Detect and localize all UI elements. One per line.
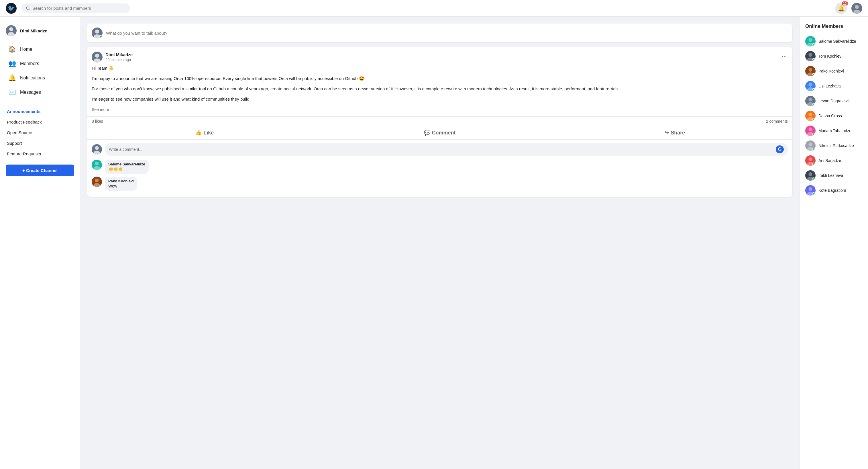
channel-feature-requests[interactable]: Feature Requests xyxy=(3,149,76,159)
comment-item-2: Pako Kochievi Wow xyxy=(92,177,788,190)
post-more-button[interactable]: ··· xyxy=(781,52,788,60)
svg-point-5 xyxy=(95,30,99,33)
search-icon xyxy=(26,6,30,10)
online-dot-1 xyxy=(812,58,815,61)
post-author[interactable]: Dimi Mikadze 29 minutes ago xyxy=(92,52,133,62)
channel-product-feedback[interactable]: Product Feedback xyxy=(3,117,76,127)
post-author-name: Dimi Mikadze xyxy=(105,52,133,57)
sidebar: Dimi Mikadze 🏠 Home 👥 Members 🔔 Notifica… xyxy=(0,17,80,469)
svg-point-21 xyxy=(808,83,812,87)
online-member-7[interactable]: Nikoloz Parkosadze xyxy=(805,138,862,153)
svg-point-1 xyxy=(855,5,859,9)
sidebar-item-home-label: Home xyxy=(20,47,32,52)
post-stats: 8 likes 2 comments xyxy=(87,116,793,126)
online-member-0[interactable]: Salome Sakvarelidze xyxy=(805,34,862,49)
svg-point-8 xyxy=(94,58,100,62)
comments-count[interactable]: 2 comments xyxy=(766,119,788,123)
online-member-6[interactable]: Mariam Tabatadze xyxy=(805,123,862,138)
comments-section: G Salome Sakvarelidze 👏👏👏 xyxy=(87,140,793,197)
comment-input[interactable] xyxy=(109,147,776,152)
compose-box[interactable] xyxy=(87,24,793,42)
svg-point-33 xyxy=(808,172,812,176)
post-paragraph-3: For those of you who don't know, we publ… xyxy=(92,85,788,92)
svg-point-4 xyxy=(8,32,14,36)
online-member-name-8: Ani Barjadze xyxy=(818,158,841,163)
comment-input-wrap[interactable]: G xyxy=(105,143,788,156)
comment-label: Comment xyxy=(432,130,456,136)
online-member-10[interactable]: Kote Bagrationi xyxy=(805,183,862,198)
search-bar[interactable] xyxy=(21,3,130,13)
compose-input[interactable] xyxy=(106,31,788,35)
likes-count[interactable]: 8 likes xyxy=(92,119,103,123)
create-channel-button[interactable]: + Create Channel xyxy=(6,165,74,176)
online-member-9[interactable]: Irakli Lezhava xyxy=(805,168,862,183)
user-avatar[interactable] xyxy=(851,3,862,14)
right-sidebar: Online Members Salome Sakvarelidze Tom K… xyxy=(799,17,868,469)
comment-1-bubble: Salome Sakvarelidze 👏👏👏 xyxy=(105,160,149,174)
post-actions: 👍 Like 💬 Comment ↪ Share xyxy=(87,126,793,140)
share-button[interactable]: ↪ Share xyxy=(557,127,793,138)
topnav-right: 🔔 10 xyxy=(835,3,862,14)
online-dot-9 xyxy=(812,177,815,180)
svg-point-10 xyxy=(94,151,100,154)
comment-input-row: G xyxy=(92,143,788,156)
online-member-3[interactable]: Lizi Lezhava xyxy=(805,79,862,93)
svg-point-3 xyxy=(9,27,13,31)
svg-point-7 xyxy=(95,54,99,58)
sidebar-item-home[interactable]: 🏠 Home xyxy=(2,42,78,56)
online-dot-7 xyxy=(812,148,815,150)
online-member-name-5: Dasha Gross xyxy=(818,114,842,118)
channel-open-source[interactable]: Open Source xyxy=(3,127,76,138)
svg-point-31 xyxy=(808,157,812,161)
see-more-link[interactable]: See more xyxy=(92,107,109,112)
app-logo[interactable]: 🐦 xyxy=(6,3,17,14)
main-feed: Dimi Mikadze 29 minutes ago ··· Hi Team … xyxy=(80,17,799,469)
sidebar-channels: Announcements Product Feedback Open Sour… xyxy=(0,106,80,159)
comment-icon: 💬 xyxy=(424,129,430,136)
sidebar-user[interactable]: Dimi Mikadze xyxy=(0,22,80,42)
svg-point-13 xyxy=(95,179,98,182)
svg-point-27 xyxy=(808,127,812,131)
online-dot-0 xyxy=(812,43,815,46)
comment-2-author: Pako Kochievi xyxy=(108,179,134,183)
online-member-avatar-3 xyxy=(805,81,815,91)
sidebar-item-members[interactable]: 👥 Members xyxy=(2,57,78,70)
comment-1-text: 👏👏👏 xyxy=(108,167,145,171)
post-header: Dimi Mikadze 29 minutes ago ··· xyxy=(87,47,793,65)
sidebar-item-messages-label: Messages xyxy=(20,90,41,95)
channel-support[interactable]: Support xyxy=(3,138,76,148)
notification-badge: 10 xyxy=(842,1,848,5)
online-dot-8 xyxy=(812,163,815,166)
online-member-avatar-10 xyxy=(805,185,815,196)
comment-emoji-button[interactable]: G xyxy=(776,145,784,153)
like-button[interactable]: 👍 Like xyxy=(87,127,322,138)
comment-button[interactable]: 💬 Comment xyxy=(322,127,557,138)
online-member-2[interactable]: Pako Kochievi xyxy=(805,64,862,79)
online-member-name-1: Tom Kochievi xyxy=(818,54,842,58)
online-dot-10 xyxy=(812,193,815,195)
search-input[interactable] xyxy=(32,6,125,10)
svg-point-29 xyxy=(808,143,812,146)
channel-announcements[interactable]: Announcements xyxy=(3,106,76,116)
online-member-8[interactable]: Ani Barjadze xyxy=(805,153,862,168)
online-member-5[interactable]: Dasha Gross xyxy=(805,108,862,123)
notifications-button[interactable]: 🔔 10 xyxy=(835,3,847,14)
post-card: Dimi Mikadze 29 minutes ago ··· Hi Team … xyxy=(87,47,793,197)
online-member-avatar-6 xyxy=(805,125,815,136)
comment-2-avatar xyxy=(92,177,102,187)
online-member-name-10: Kote Bagrationi xyxy=(818,188,846,193)
online-member-4[interactable]: Levan Dograshvili xyxy=(805,93,862,108)
comment-1-author: Salome Sakvarelidze xyxy=(108,162,145,166)
share-label: Share xyxy=(671,130,685,136)
online-member-name-3: Lizi Lezhava xyxy=(818,84,841,88)
online-dot-6 xyxy=(812,133,815,136)
sidebar-item-messages[interactable]: ✉️ Messages xyxy=(2,85,78,99)
svg-point-23 xyxy=(808,98,812,101)
post-author-avatar xyxy=(92,52,102,62)
sidebar-item-notifications-label: Notifications xyxy=(20,76,45,81)
online-member-avatar-8 xyxy=(805,155,815,166)
sidebar-item-members-label: Members xyxy=(20,61,39,66)
sidebar-item-notifications[interactable]: 🔔 Notifications xyxy=(2,71,78,85)
svg-point-11 xyxy=(95,162,98,166)
online-member-1[interactable]: Tom Kochievi xyxy=(805,49,862,64)
